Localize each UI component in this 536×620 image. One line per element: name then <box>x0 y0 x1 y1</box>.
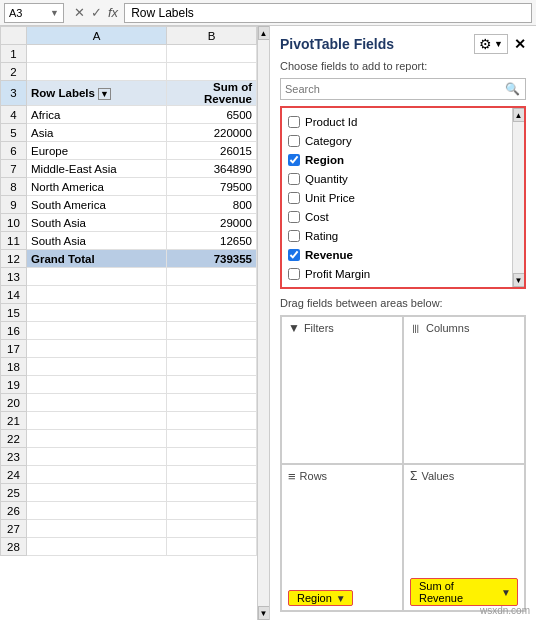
row-header-20[interactable]: 20 <box>1 394 27 412</box>
cell-a6[interactable]: Europe <box>27 142 167 160</box>
row-header-22[interactable]: 22 <box>1 430 27 448</box>
cell-b5[interactable]: 220000 <box>167 124 257 142</box>
cell-a1[interactable] <box>27 45 167 63</box>
cell-b27[interactable] <box>167 520 257 538</box>
cell-a8[interactable]: North America <box>27 178 167 196</box>
cell-b2[interactable] <box>167 63 257 81</box>
row-header-13[interactable]: 13 <box>1 268 27 286</box>
field-checkbox-category[interactable] <box>288 135 300 147</box>
cell-b23[interactable] <box>167 448 257 466</box>
cell-a24[interactable] <box>27 466 167 484</box>
row-header-24[interactable]: 24 <box>1 466 27 484</box>
row-header-19[interactable]: 19 <box>1 376 27 394</box>
row-header-23[interactable]: 23 <box>1 448 27 466</box>
cell-b14[interactable] <box>167 286 257 304</box>
cell-b17[interactable] <box>167 340 257 358</box>
cell-a5[interactable]: Asia <box>27 124 167 142</box>
formula-input[interactable]: Row Labels <box>124 3 532 23</box>
cell-a13[interactable] <box>27 268 167 286</box>
field-item-product-id[interactable]: Product Id <box>288 112 510 131</box>
cell-b10[interactable]: 29000 <box>167 214 257 232</box>
field-item-cost[interactable]: Cost <box>288 207 510 226</box>
cell-b15[interactable] <box>167 304 257 322</box>
cell-b25[interactable] <box>167 484 257 502</box>
cell-a9[interactable]: South America <box>27 196 167 214</box>
row-header-27[interactable]: 27 <box>1 520 27 538</box>
cell-b7[interactable]: 364890 <box>167 160 257 178</box>
cell-a22[interactable] <box>27 430 167 448</box>
rows-pill-dropdown-icon[interactable]: ▼ <box>336 593 346 604</box>
cell-b1[interactable] <box>167 45 257 63</box>
row-header-14[interactable]: 14 <box>1 286 27 304</box>
field-checkbox-product-id[interactable] <box>288 116 300 128</box>
row-header-3[interactable]: 3 <box>1 81 27 106</box>
cell-b3[interactable]: Sum of Revenue <box>167 81 257 106</box>
values-pill-dropdown-icon[interactable]: ▼ <box>501 587 511 598</box>
cell-b9[interactable]: 800 <box>167 196 257 214</box>
field-item-unit-price[interactable]: Unit Price <box>288 188 510 207</box>
pivot-settings-icon[interactable]: ⚙▼ <box>474 34 508 54</box>
search-input[interactable] <box>281 83 500 95</box>
cell-a4[interactable]: Africa <box>27 106 167 124</box>
row-header-6[interactable]: 6 <box>1 142 27 160</box>
field-item-quantity[interactable]: Quantity <box>288 169 510 188</box>
fields-scrollbar[interactable]: ▲ ▼ <box>512 108 524 287</box>
cell-b8[interactable]: 79500 <box>167 178 257 196</box>
field-item-revenue[interactable]: Revenue <box>288 245 510 264</box>
cell-b4[interactable]: 6500 <box>167 106 257 124</box>
cell-b24[interactable] <box>167 466 257 484</box>
cell-a17[interactable] <box>27 340 167 358</box>
row-header-2[interactable]: 2 <box>1 63 27 81</box>
cell-a25[interactable] <box>27 484 167 502</box>
cell-b28[interactable] <box>167 538 257 556</box>
field-checkbox-quantity[interactable] <box>288 173 300 185</box>
row-header-15[interactable]: 15 <box>1 304 27 322</box>
scroll-track[interactable] <box>259 40 269 606</box>
vertical-scrollbar[interactable]: ▲ ▼ <box>257 26 269 620</box>
row-header-26[interactable]: 26 <box>1 502 27 520</box>
scroll-up-button[interactable]: ▲ <box>258 26 270 40</box>
field-item-profit-margin[interactable]: Profit Margin <box>288 264 510 283</box>
row-header-4[interactable]: 4 <box>1 106 27 124</box>
cell-a11[interactable]: South Asia <box>27 232 167 250</box>
cell-b6[interactable]: 26015 <box>167 142 257 160</box>
cell-a7[interactable]: Middle-East Asia <box>27 160 167 178</box>
cell-b26[interactable] <box>167 502 257 520</box>
row-header-10[interactable]: 10 <box>1 214 27 232</box>
fields-scroll-up[interactable]: ▲ <box>513 108 525 122</box>
cell-a27[interactable] <box>27 520 167 538</box>
search-box[interactable]: 🔍 <box>280 78 526 100</box>
cell-b12[interactable]: 739355 <box>167 250 257 268</box>
cell-a19[interactable] <box>27 376 167 394</box>
cell-a2[interactable] <box>27 63 167 81</box>
scroll-down-button[interactable]: ▼ <box>258 606 270 620</box>
cell-b22[interactable] <box>167 430 257 448</box>
row-header-17[interactable]: 17 <box>1 340 27 358</box>
cell-b18[interactable] <box>167 358 257 376</box>
cell-a23[interactable] <box>27 448 167 466</box>
cell-a20[interactable] <box>27 394 167 412</box>
cell-a28[interactable] <box>27 538 167 556</box>
row-header-5[interactable]: 5 <box>1 124 27 142</box>
field-checkbox-unit-price[interactable] <box>288 192 300 204</box>
row-header-25[interactable]: 25 <box>1 484 27 502</box>
pivot-close-icon[interactable]: ✕ <box>514 36 526 52</box>
values-revenue-pill[interactable]: Sum of Revenue ▼ <box>410 578 518 606</box>
cell-a15[interactable] <box>27 304 167 322</box>
cell-a16[interactable] <box>27 322 167 340</box>
field-checkbox-rating[interactable] <box>288 230 300 242</box>
row-header-16[interactable]: 16 <box>1 322 27 340</box>
row-header-28[interactable]: 28 <box>1 538 27 556</box>
row-header-12[interactable]: 12 <box>1 250 27 268</box>
cell-a18[interactable] <box>27 358 167 376</box>
field-item-rating[interactable]: Rating <box>288 226 510 245</box>
row-header-21[interactable]: 21 <box>1 412 27 430</box>
cell-a3[interactable]: Row Labels ▼ <box>27 81 167 106</box>
field-item-category[interactable]: Category <box>288 131 510 150</box>
row-header-8[interactable]: 8 <box>1 178 27 196</box>
field-checkbox-cost[interactable] <box>288 211 300 223</box>
cell-b11[interactable]: 12650 <box>167 232 257 250</box>
cell-b13[interactable] <box>167 268 257 286</box>
cell-b16[interactable] <box>167 322 257 340</box>
cell-reference-box[interactable]: A3 ▼ <box>4 3 64 23</box>
